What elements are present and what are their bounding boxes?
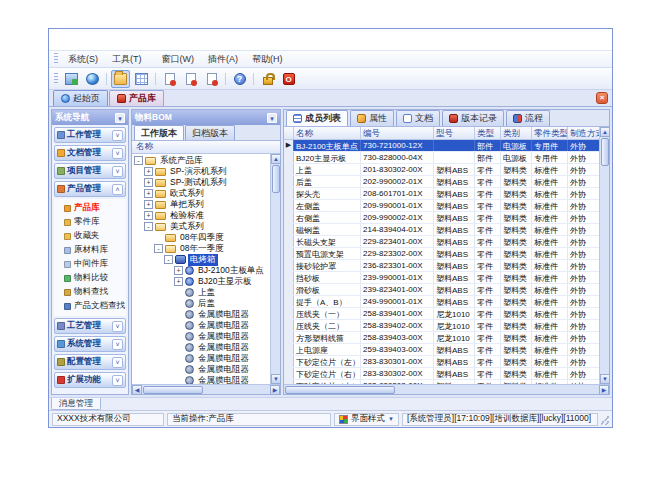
exit-button[interactable]: O [279, 70, 298, 88]
table-row[interactable]: 压线夹（一）258-839401-00X尼龙1010零件塑料类标准件外协条 [284, 308, 599, 320]
menubar-grip-handle[interactable] [54, 53, 58, 65]
chevron-down-icon[interactable]: ˅ [112, 130, 123, 141]
tree-node-金属膜电阻器[interactable]: +金属膜电阻器 [132, 342, 270, 353]
scroll-up-icon[interactable]: ▲ [600, 127, 610, 137]
chevron-down-icon[interactable]: ˅ [112, 166, 123, 177]
sidebar-item-产品库[interactable]: 产品库 [54, 201, 126, 215]
table-row[interactable]: 左侧盖209-990001-01X塑料ABS零件塑料类标准件外协条 [284, 200, 599, 212]
toolbar-grip-handle[interactable] [54, 73, 58, 85]
help-button[interactable]: ? [230, 70, 249, 88]
sidebar-item-收藏夹[interactable]: 收藏夹 [54, 229, 126, 243]
column-header-编号[interactable]: 编号 [361, 127, 434, 139]
sidebar-group-配置管理[interactable]: 配置管理˅ [54, 354, 126, 370]
bom-tree-column-header[interactable]: 名称 [132, 141, 280, 154]
tree-node-系统产品库[interactable]: -系统产品库 [132, 155, 270, 166]
expand-icon[interactable]: + [174, 266, 183, 275]
column-header-制造方式[interactable]: 制造方式 [568, 127, 599, 139]
scroll-up-icon[interactable]: ▲ [271, 154, 281, 164]
scroll-down-icon[interactable]: ▼ [600, 374, 610, 384]
menu-item-插件[interactable]: 插件(A) [201, 52, 245, 66]
tab-起始页[interactable]: 起始页 [53, 90, 108, 106]
chevron-down-icon[interactable]: ˅ [112, 339, 123, 350]
tree-node-SP-演示机系列[interactable]: +SP-演示机系列 [132, 166, 270, 177]
sidebar-item-原材料库[interactable]: 原材料库 [54, 243, 126, 257]
chevron-up-icon[interactable]: ˄ [112, 184, 123, 195]
chevron-down-icon[interactable]: ˅ [112, 321, 123, 332]
sidebar-item-中间件库[interactable]: 中间件库 [54, 257, 126, 271]
tab-产品库[interactable]: 产品库 [109, 90, 164, 106]
table-row[interactable]: 磁钢盖214-839404-01X塑料ABS零件塑料类标准件外协条 [284, 224, 599, 236]
tree-node-金属膜电阻器[interactable]: +金属膜电阻器 [132, 320, 270, 331]
table-row[interactable]: 下砂定位片（左）283-830301-00X塑料ABS零件塑料类标准件外协条 [284, 356, 599, 368]
scroll-down-icon[interactable]: ▼ [271, 374, 281, 384]
expand-icon[interactable]: + [144, 178, 153, 187]
scroll-right-icon[interactable]: ▶ [599, 385, 609, 395]
chevron-down-icon[interactable]: ˅ [112, 375, 123, 386]
table-row[interactable]: 提手（A、B）249-990001-01X塑料ABS零件塑料类标准件外协条 [284, 296, 599, 308]
column-header-名称[interactable]: 名称 [294, 127, 361, 139]
table-row[interactable]: 接砂轮护罩236-823301-00X塑料ABS零件塑料类标准件外协条 [284, 260, 599, 272]
table-row[interactable]: 预置电源支架229-823302-00X塑料ABS零件塑料类标准件外协条 [284, 248, 599, 260]
close-tab-button[interactable]: × [596, 92, 608, 104]
collapse-icon[interactable]: - [134, 156, 143, 165]
expand-icon[interactable]: + [144, 189, 153, 198]
tree-node-后盖[interactable]: +后盖 [132, 298, 270, 309]
table-row[interactable]: 右侧盖209-990002-01X塑料ABS零件塑料类标准件外协条 [284, 212, 599, 224]
column-header-类别[interactable]: 类别 [501, 127, 532, 139]
tree-node-单把系列[interactable]: +单把系列 [132, 199, 270, 210]
sidebar-item-物料查找[interactable]: 物料查找 [54, 285, 126, 299]
ui-style-selector[interactable]: 界面样式 ▼ [334, 413, 399, 426]
screen-button[interactable] [62, 70, 81, 88]
table-row[interactable]: 上盖201-830302-00X塑料ABS零件塑料类标准件外协条 [284, 164, 599, 176]
menu-item-工具[interactable]: 工具(T) [105, 52, 149, 66]
tree-node-美式系列[interactable]: -美式系列 [132, 221, 270, 232]
sidebar-group-文档管理[interactable]: 文档管理˅ [54, 145, 126, 161]
column-header-indicator[interactable] [284, 127, 294, 139]
sidebar-item-物料比较[interactable]: 物料比较 [54, 271, 126, 285]
tree-node-检验标准[interactable]: +检验标准 [132, 210, 270, 221]
column-header-类型[interactable]: 类型 [475, 127, 501, 139]
sidebar-item-零件库[interactable]: 零件库 [54, 215, 126, 229]
expand-icon[interactable]: + [144, 167, 153, 176]
collapse-icon[interactable]: - [144, 222, 153, 231]
sidebar-group-工艺管理[interactable]: 工艺管理˅ [54, 318, 126, 334]
table-row[interactable]: 上电源座259-839403-00X塑料ABS零件塑料类标准件外协条 [284, 344, 599, 356]
table-vertical-scrollbar[interactable]: ▲ ▼ [599, 127, 609, 384]
tree-node-SP-测试机系列[interactable]: +SP-测试机系列 [132, 177, 270, 188]
tab-版本记录[interactable]: 版本记录 [442, 110, 504, 126]
table-row[interactable]: ▶BJ-2100主板单点730-721000-12X部件电源板专用件外协颗 [284, 140, 599, 152]
tree-node-08年一季度[interactable]: -08年一季度 [132, 243, 270, 254]
tab-文档[interactable]: 文档 [396, 110, 440, 126]
grid-button[interactable] [132, 70, 151, 88]
sidebar-group-扩展功能[interactable]: 扩展功能˅ [54, 372, 126, 388]
bom-tree-horizontal-scrollbar[interactable]: ◀ ▶ [132, 384, 280, 394]
doc-add-button[interactable] [160, 70, 179, 88]
chevron-down-icon[interactable]: ˅ [112, 148, 123, 159]
tab-流程[interactable]: 流程 [506, 110, 550, 126]
scroll-thumb[interactable] [285, 386, 395, 394]
tree-node-欧式系列[interactable]: +欧式系列 [132, 188, 270, 199]
tree-node-BJ20主显示板[interactable]: +BJ20主显示板 [132, 276, 270, 287]
sidebar-group-工作管理[interactable]: 工作管理˅ [54, 127, 126, 143]
scroll-left-icon[interactable]: ◀ [132, 385, 142, 395]
sidebar-item-产品文档查找[interactable]: 产品文档查找 [54, 299, 126, 313]
scroll-thumb[interactable] [601, 138, 609, 166]
sidebar-group-项目管理[interactable]: 项目管理˅ [54, 163, 126, 179]
table-row[interactable]: 探头壳208-601701-01X塑料ABS零件塑料类标准件外协条 [284, 188, 599, 200]
collapse-icon[interactable]: - [164, 255, 173, 264]
table-row[interactable]: 下砂定位片（右）283-830302-00X塑料ABS零件塑料类标准件外协条 [284, 368, 599, 380]
message-manager-tab[interactable]: 消息管理 [51, 398, 101, 410]
table-row[interactable]: 滑砂板239-823401-00X塑料ABS零件塑料类标准件外协条 [284, 284, 599, 296]
tree-node-金属膜电阻器[interactable]: +金属膜电阻器 [132, 375, 270, 384]
sidebar-options-icon[interactable]: ▾ [115, 113, 125, 123]
tree-node-金属膜电阻器[interactable]: +金属膜电阻器 [132, 353, 270, 364]
resize-grip[interactable] [601, 413, 609, 425]
table-row[interactable]: 方形塑料线箍258-839403-00X尼龙1010零件塑料类标准件外协条 [284, 332, 599, 344]
menu-item-帮助[interactable]: 帮助(H) [245, 52, 290, 66]
bom-panel-options-icon[interactable]: ▾ [267, 113, 277, 123]
column-header-零件类型[interactable]: 零件类型 [532, 127, 568, 139]
doc-remove-button[interactable] [202, 70, 221, 88]
tree-node-08年四季度[interactable]: +08年四季度 [132, 232, 270, 243]
tab-工作版本[interactable]: 工作版本 [134, 125, 184, 140]
table-row[interactable]: 长磁头支架229-823401-00X塑料ABS零件塑料类标准件外协条 [284, 236, 599, 248]
